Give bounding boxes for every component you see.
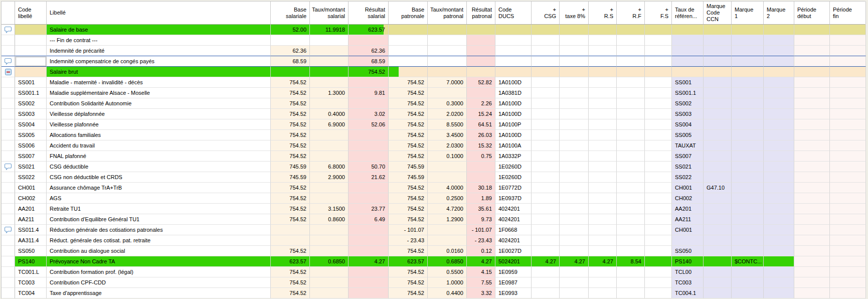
res_sal-cell[interactable]: 4.27 [349,256,389,267]
fs-cell[interactable] [645,25,672,35]
taxe8-cell[interactable] [560,277,589,288]
ducs-cell[interactable]: 4024201 [495,235,532,246]
rf-cell[interactable] [617,56,645,67]
marque2-cell[interactable] [764,88,794,98]
ducs-cell[interactable] [495,35,532,46]
row-selector-cell[interactable] [2,98,15,109]
libelle-cell[interactable]: Contribution Solidarité Autonomie [47,98,271,109]
res_pat-cell[interactable]: 15.32 [467,140,495,151]
libelle-cell[interactable]: Accident du travail [47,140,271,151]
code-cell[interactable]: SS002 [15,98,47,109]
csg-cell[interactable] [532,214,560,225]
taxe8-cell[interactable] [560,77,589,88]
marque_ccn-cell[interactable] [704,119,732,130]
res_pat-cell[interactable] [467,162,495,172]
ducs-cell[interactable] [495,46,532,56]
libelle-cell[interactable]: Indemnité de précarité [47,46,271,56]
row-selector-cell[interactable] [2,277,15,288]
marque1-cell[interactable] [732,277,764,288]
taux_ref-cell[interactable]: SS004 [672,119,704,130]
marque_ccn-cell[interactable] [704,35,732,46]
res_pat-cell[interactable]: 35.61 [467,204,495,214]
marque2-cell[interactable] [764,214,794,225]
collapse-row-icon[interactable] [5,69,12,75]
taux_sal-cell[interactable]: 11.9918 [310,25,349,35]
row-selector-cell[interactable] [2,235,15,246]
per_fin-cell[interactable] [830,130,866,140]
res_pat-cell[interactable] [467,25,495,35]
fs-cell[interactable] [645,288,672,298]
per_debut-cell[interactable] [794,277,830,288]
per_fin-cell[interactable] [830,77,866,88]
taxe8-cell[interactable] [560,246,589,256]
res_pat-cell[interactable]: - 23.43 [467,235,495,246]
column-header-res_sal[interactable]: Résultat salarial [349,2,389,24]
taux_sal-cell[interactable] [310,225,349,235]
marque1-cell[interactable] [732,246,764,256]
per_debut-cell[interactable] [794,267,830,277]
marque_ccn-cell[interactable] [704,193,732,204]
per_debut-cell[interactable] [794,77,830,88]
base_pat-cell[interactable] [389,67,428,77]
code-cell[interactable]: TC001.L [15,267,47,277]
taux_ref-cell[interactable] [672,25,704,35]
res_sal-cell[interactable]: 50.70 [349,162,389,172]
res_sal-cell[interactable]: 623.57 [349,25,389,35]
column-header-libelle[interactable]: Libellé [47,2,271,24]
taux_sal-cell[interactable] [310,98,349,109]
res_sal-cell[interactable] [349,77,389,88]
marque1-cell[interactable] [732,140,764,151]
marque2-cell[interactable] [764,225,794,235]
marque_ccn-cell[interactable] [704,67,732,77]
per_fin-cell[interactable] [830,67,866,77]
res_sal-cell[interactable] [349,235,389,246]
marque2-cell[interactable] [764,46,794,56]
row-selector-cell[interactable] [2,193,15,204]
csg-cell[interactable] [532,77,560,88]
taxe8-cell[interactable] [560,88,589,98]
csg-cell[interactable] [532,25,560,35]
res_pat-cell[interactable] [467,67,495,77]
code-cell[interactable]: CH001 [15,183,47,193]
base_pat-cell[interactable]: 754.52 [389,130,428,140]
base_pat-cell[interactable]: 745.59 [389,172,428,183]
row-selector-cell[interactable] [2,88,15,98]
per_fin-cell[interactable] [830,25,866,35]
base_pat-cell[interactable]: 754.52 [389,109,428,119]
taux_ref-cell[interactable]: TCL00 [672,267,704,277]
taxe8-cell[interactable] [560,193,589,204]
per_debut-cell[interactable] [794,235,830,246]
column-header-ducs[interactable]: Code DUCS [495,2,532,24]
csg-cell[interactable] [532,267,560,277]
rs-cell[interactable] [589,162,617,172]
ducs-cell[interactable]: 1A0100D [495,109,532,119]
marque_ccn-cell[interactable] [704,109,732,119]
code-cell[interactable]: CH002 [15,193,47,204]
row-selector-cell[interactable] [2,77,15,88]
rf-cell[interactable] [617,46,645,56]
libelle-cell[interactable]: Taxe d'apprentissage [47,288,271,298]
res_sal-cell[interactable]: 6.49 [349,214,389,225]
base_pat-cell[interactable]: 754.52 [389,140,428,151]
ducs-cell[interactable] [495,67,532,77]
per_fin-cell[interactable] [830,35,866,46]
taxe8-cell[interactable] [560,172,589,183]
res_sal-cell[interactable] [349,246,389,256]
code-cell[interactable]: SS001.1 [15,88,47,98]
fs-cell[interactable] [645,119,672,130]
column-header-selector[interactable] [2,2,15,24]
taux_sal-cell[interactable] [310,277,349,288]
row-selector-cell[interactable] [2,109,15,119]
base_pat-cell[interactable]: 754.52 [389,214,428,225]
marque2-cell[interactable] [764,193,794,204]
marque2-cell[interactable] [764,56,794,67]
marque_ccn-cell[interactable] [704,267,732,277]
per_fin-cell[interactable] [830,256,866,267]
ducs-cell[interactable]: 1E0987 [495,277,532,288]
csg-cell[interactable] [532,56,560,67]
marque1-cell[interactable] [732,77,764,88]
rf-cell[interactable] [617,67,645,77]
rs-cell[interactable] [589,288,617,298]
taux_sal-cell[interactable] [310,46,349,56]
csg-cell[interactable] [532,246,560,256]
